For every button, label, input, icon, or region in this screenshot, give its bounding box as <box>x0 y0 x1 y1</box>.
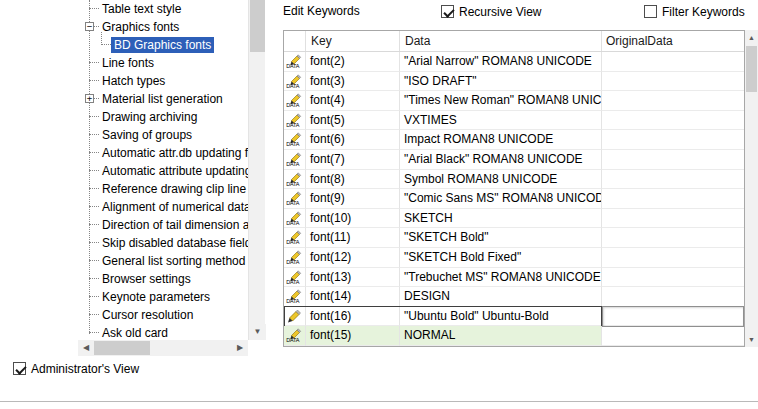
checkbox-icon[interactable] <box>644 5 657 18</box>
table-row-font-9[interactable]: DATAfont(9)"Comic Sans MS" ROMAN8 UNICOD… <box>284 189 744 209</box>
column-header-originaldata[interactable]: OriginalData <box>602 31 744 51</box>
key-cell[interactable]: font(14) <box>306 287 400 307</box>
row-icon-cell[interactable]: DATA <box>284 326 306 346</box>
data-cell[interactable]: Impact ROMAN8 UNICODE <box>400 130 602 150</box>
table-row-font-7[interactable]: DATAfont(7)"Arial Black" ROMAN8 UNICODE <box>284 150 744 170</box>
table-row-font-3[interactable]: DATAfont(3)"ISO DRAFT" <box>284 72 744 92</box>
key-cell[interactable]: font(6) <box>306 130 400 150</box>
key-cell[interactable]: font(15) <box>306 326 400 346</box>
tree-item-keynote-parameters[interactable]: Keynote parameters <box>78 288 248 306</box>
tree-item-automatic-attr-db-updating-func[interactable]: Automatic attr.db updating func <box>78 144 248 162</box>
data-cell[interactable]: "SKETCH Bold" <box>400 228 602 248</box>
scrollbar-thumb[interactable] <box>250 0 265 52</box>
row-icon-cell[interactable]: DATA <box>284 91 306 111</box>
key-cell[interactable]: font(13) <box>306 268 400 288</box>
scrollbar-thumb[interactable] <box>746 46 757 92</box>
administrators-view-checkbox[interactable]: Administrator's View <box>13 361 139 376</box>
table-row-font-10[interactable]: DATAfont(10)SKETCH <box>284 209 744 229</box>
tree-item-automatic-attribute-updating-fu[interactable]: Automatic attribute updating fu <box>78 162 248 180</box>
originaldata-cell[interactable] <box>602 268 744 288</box>
data-cell[interactable]: DESIGN <box>400 287 602 307</box>
originaldata-cell[interactable] <box>602 150 744 170</box>
originaldata-cell[interactable] <box>602 287 744 307</box>
column-header-icon[interactable] <box>284 31 306 51</box>
filter-keywords-checkbox[interactable]: Filter Keywords <box>644 4 745 19</box>
data-cell[interactable]: VXTIMES <box>400 111 602 131</box>
key-cell[interactable]: font(8) <box>306 170 400 190</box>
originaldata-edit-box[interactable] <box>602 306 744 328</box>
key-cell[interactable]: font(2) <box>306 52 400 72</box>
tree-item-cursor-resolution[interactable]: Cursor resolution <box>78 306 248 324</box>
data-cell[interactable]: NORMAL <box>400 326 602 346</box>
tree-item-alignment-of-numerical-databas[interactable]: Alignment of numerical databas <box>78 198 248 216</box>
table-row-font-13[interactable]: DATAfont(13)"Trebuchet MS" ROMAN8 UNICOD… <box>284 268 744 288</box>
scroll-down-button[interactable]: ▼ <box>745 332 758 347</box>
table-row-font-8[interactable]: DATAfont(8)Symbol ROMAN8 UNICODE <box>284 170 744 190</box>
tree-item-skip-disabled-database-fields[interactable]: Skip disabled database fields <box>78 234 248 252</box>
tree-item-bd-graphics-fonts[interactable]: BD Graphics fonts <box>78 36 248 54</box>
originaldata-cell[interactable] <box>602 170 744 190</box>
expand-icon[interactable]: + <box>85 94 94 103</box>
originaldata-cell[interactable] <box>602 326 744 346</box>
originaldata-cell[interactable] <box>602 209 744 229</box>
data-cell[interactable]: "Arial Narrow" ROMAN8 UNICODE <box>400 52 602 72</box>
key-cell[interactable]: font(5) <box>306 111 400 131</box>
checkbox-icon[interactable] <box>13 362 26 375</box>
originaldata-cell[interactable] <box>602 228 744 248</box>
originaldata-cell[interactable] <box>602 72 744 92</box>
key-cell[interactable]: font(11) <box>306 228 400 248</box>
tree-item-line-fonts[interactable]: Line fonts <box>78 54 248 72</box>
scroll-right-button[interactable]: ▶ <box>232 340 248 356</box>
row-icon-cell[interactable]: DATA <box>284 209 306 229</box>
table-row-font-14[interactable]: DATAfont(14)DESIGN <box>284 287 744 307</box>
key-cell[interactable]: font(12) <box>306 248 400 268</box>
key-cell[interactable]: font(3) <box>306 72 400 92</box>
originaldata-cell[interactable] <box>602 111 744 131</box>
data-cell[interactable]: "Times New Roman" ROMAN8 UNICO... <box>400 91 602 111</box>
data-cell[interactable]: "SKETCH Bold Fixed" <box>400 248 602 268</box>
tree-item-ask-old-card[interactable]: Ask old card <box>78 324 248 340</box>
tree-item-material-list-generation[interactable]: +Material list generation <box>78 90 248 108</box>
tree-horizontal-scrollbar[interactable]: ◀ ▶ <box>78 340 248 356</box>
scrollbar-thumb[interactable] <box>94 341 150 355</box>
row-icon-cell[interactable]: DATA <box>284 268 306 288</box>
data-cell[interactable]: Symbol ROMAN8 UNICODE <box>400 170 602 190</box>
table-row-font-2[interactable]: DATAfont(2)"Arial Narrow" ROMAN8 UNICODE <box>284 52 744 72</box>
data-cell[interactable]: SKETCH <box>400 209 602 229</box>
tree-item-hatch-types[interactable]: Hatch types <box>78 72 248 90</box>
key-cell[interactable]: font(9) <box>306 189 400 209</box>
row-icon-cell[interactable]: DATA <box>284 248 306 268</box>
table-row-font-11[interactable]: DATAfont(11)"SKETCH Bold" <box>284 228 744 248</box>
data-cell[interactable]: "Ubuntu Bold" Ubuntu-Bold <box>400 307 602 327</box>
column-header-key[interactable]: Key <box>306 31 400 51</box>
key-cell[interactable]: font(4) <box>306 91 400 111</box>
table-row-font-15[interactable]: DATAfont(15)NORMAL <box>284 326 744 346</box>
column-header-data[interactable]: Data <box>400 31 602 51</box>
row-icon-cell[interactable]: DATA <box>284 150 306 170</box>
key-cell[interactable]: font(10) <box>306 209 400 229</box>
key-cell[interactable]: font(16) <box>306 307 400 327</box>
row-icon-cell[interactable]: DATA <box>284 189 306 209</box>
row-icon-cell[interactable]: DATA <box>284 52 306 72</box>
checkbox-icon[interactable] <box>441 5 454 18</box>
data-cell[interactable]: "Trebuchet MS" ROMAN8 UNICODE <box>400 268 602 288</box>
table-row-font-12[interactable]: DATAfont(12)"SKETCH Bold Fixed" <box>284 248 744 268</box>
table-row-font-5[interactable]: DATAfont(5)VXTIMES <box>284 111 744 131</box>
row-icon-cell[interactable] <box>284 307 306 327</box>
tree-item-browser-settings[interactable]: Browser settings <box>78 270 248 288</box>
tree-item-general-list-sorting-method[interactable]: General list sorting method <box>78 252 248 270</box>
grid-vertical-scrollbar[interactable]: ▲ ▼ <box>745 30 758 347</box>
tree-item-saving-of-groups[interactable]: Saving of groups <box>78 126 248 144</box>
collapse-icon[interactable]: − <box>85 22 94 31</box>
originaldata-cell[interactable] <box>602 189 744 209</box>
row-icon-cell[interactable]: DATA <box>284 287 306 307</box>
row-icon-cell[interactable]: DATA <box>284 72 306 92</box>
tree-item-drawing-archiving[interactable]: Drawing archiving <box>78 108 248 126</box>
data-cell[interactable]: "ISO DRAFT" <box>400 72 602 92</box>
scroll-up-button[interactable]: ▲ <box>745 30 758 45</box>
table-row-font-16[interactable]: font(16)"Ubuntu Bold" Ubuntu-Bold <box>284 307 744 327</box>
data-cell[interactable]: "Arial Black" ROMAN8 UNICODE <box>400 150 602 170</box>
scroll-left-button[interactable]: ◀ <box>78 340 94 356</box>
tree-item-direction-of-tail-dimension-arrow[interactable]: Direction of tail dimension arrow <box>78 216 248 234</box>
originaldata-cell[interactable] <box>602 248 744 268</box>
